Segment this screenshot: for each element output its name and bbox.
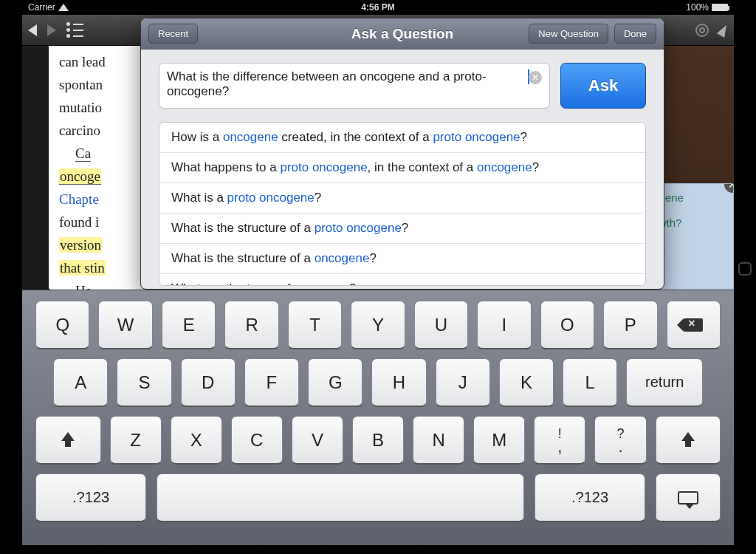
symbols-key-left[interactable]: .?123 — [35, 473, 146, 522]
key-f[interactable]: F — [244, 358, 299, 407]
space-key[interactable] — [157, 473, 524, 522]
gear-icon[interactable] — [695, 24, 709, 37]
shift-icon — [60, 432, 76, 448]
suggestion-item[interactable]: What is the structure of a proto oncogen… — [159, 213, 645, 244]
suggestion-item[interactable]: How is a oncogene created, in the contex… — [159, 123, 645, 153]
backspace-icon — [684, 318, 703, 332]
keyboard-icon — [678, 491, 698, 505]
key-s[interactable]: S — [117, 358, 171, 407]
battery-icon — [712, 4, 728, 11]
key-j[interactable]: J — [436, 358, 490, 407]
key-l[interactable]: L — [563, 358, 617, 407]
shift-icon — [680, 432, 696, 448]
key-a[interactable]: A — [53, 358, 108, 407]
device-bezel: Carrier 4:56 PM 100% can lead spontan mu… — [0, 0, 756, 554]
key-w[interactable]: W — [98, 301, 152, 349]
suggestion-list: How is a oncogene created, in the contex… — [159, 122, 646, 286]
modal-header: Recent Ask a Question New Question Done — [141, 18, 664, 49]
key-m[interactable]: M — [473, 416, 525, 465]
key-d[interactable]: D — [181, 358, 236, 407]
question-input-text: What is the difference between an oncoge… — [167, 69, 527, 99]
key-i[interactable]: I — [477, 301, 531, 349]
back-icon[interactable] — [28, 24, 37, 36]
symbols-key-right[interactable]: .?123 — [535, 473, 645, 522]
carrier-label: Carrier — [28, 2, 55, 13]
shift-key-left[interactable] — [35, 416, 101, 465]
key-y[interactable]: Y — [351, 301, 405, 349]
suggestion-item[interactable]: What are the types of oncogene? — [159, 274, 645, 286]
modal-title: Ask a Question — [351, 26, 453, 42]
suggestion-item[interactable]: What happens to a proto oncogene, in the… — [159, 153, 645, 183]
key-v[interactable]: V — [292, 416, 343, 465]
question-input[interactable]: What is the difference between an oncoge… — [159, 63, 550, 109]
ask-button[interactable]: Ask — [560, 63, 646, 109]
key-c[interactable]: C — [231, 416, 283, 465]
shift-key-right[interactable] — [656, 416, 721, 465]
toc-icon[interactable] — [66, 22, 83, 38]
home-button-icon — [738, 262, 752, 276]
key-q[interactable]: Q — [35, 301, 89, 349]
new-question-button[interactable]: New Question — [529, 24, 608, 44]
suggestion-item[interactable]: What is a proto oncogene? — [159, 183, 645, 213]
key-p[interactable]: P — [603, 301, 657, 349]
key-z[interactable]: Z — [110, 416, 162, 465]
battery-label: 100% — [686, 2, 709, 13]
key-r[interactable]: R — [224, 301, 278, 349]
clock-label: 4:56 PM — [361, 2, 394, 13]
status-bar: Carrier 4:56 PM 100% — [22, 0, 734, 15]
key-n[interactable]: N — [413, 416, 464, 465]
key-e[interactable]: E — [162, 301, 216, 349]
highlighter-icon[interactable] — [717, 23, 730, 38]
onscreen-keyboard: QWERTYUIOP ASDFGHJKLreturn ZXCVBNM!,?. .… — [22, 290, 734, 545]
hide-keyboard-key[interactable] — [656, 473, 721, 522]
key-x[interactable]: X — [171, 416, 222, 465]
period-key[interactable]: ?. — [594, 416, 646, 465]
suggestion-item[interactable]: What is the structure of a oncogene? — [159, 244, 645, 274]
key-u[interactable]: U — [414, 301, 468, 349]
return-key[interactable]: return — [626, 358, 703, 407]
comma-key[interactable]: !, — [534, 416, 585, 465]
done-button[interactable]: Done — [614, 24, 656, 44]
key-g[interactable]: G — [308, 358, 362, 407]
recent-button[interactable]: Recent — [148, 24, 198, 44]
key-o[interactable]: O — [540, 301, 594, 349]
key-k[interactable]: K — [499, 358, 554, 407]
backspace-key[interactable] — [667, 301, 721, 349]
key-t[interactable]: T — [288, 301, 342, 349]
wifi-icon — [58, 4, 69, 11]
key-b[interactable]: B — [352, 416, 404, 465]
forward-icon[interactable] — [47, 24, 56, 36]
ask-question-modal: Recent Ask a Question New Question Done … — [140, 18, 664, 290]
clear-input-icon[interactable]: ✕ — [529, 71, 542, 84]
screen: Carrier 4:56 PM 100% can lead spontan mu… — [22, 0, 734, 545]
key-h[interactable]: H — [371, 358, 426, 407]
